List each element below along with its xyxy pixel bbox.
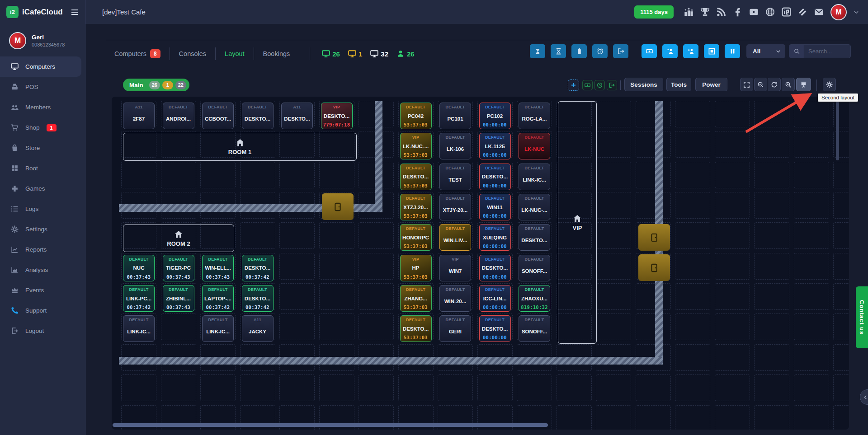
computer-tile-nuc[interactable]: DEFAULTNUC00:37:43 bbox=[123, 255, 155, 281]
vertical-scrollbar[interactable] bbox=[836, 101, 839, 160]
computer-tile-honorpc[interactable]: DEFAULTHONORPC53:37:03 bbox=[400, 224, 432, 251]
globe-icon[interactable] bbox=[765, 7, 775, 17]
cash-button[interactable] bbox=[642, 44, 657, 58]
computer-tile-deskto[interactable]: DEFAULTDESKTO...00:00:00 bbox=[479, 315, 511, 342]
tab-consoles[interactable]: Consoles bbox=[170, 47, 215, 60]
sidebar-item-logout[interactable]: Logout bbox=[0, 321, 81, 341]
layers-icon[interactable] bbox=[798, 7, 807, 17]
room-vip[interactable]: VIP bbox=[558, 101, 597, 344]
computer-tile-androi[interactable]: DEFAULTANDROI... bbox=[163, 103, 194, 129]
room-room-1[interactable]: ROOM 1 bbox=[123, 133, 357, 161]
user-avatar[interactable]: M bbox=[830, 4, 847, 20]
computer-tile-zhibinl[interactable]: DEFAULTZHIBINL...00:37:43 bbox=[163, 285, 194, 312]
computer-tile-sonoff[interactable]: DEFAULTSONOFF... bbox=[519, 315, 550, 342]
hourglass-filled-button[interactable] bbox=[530, 44, 545, 58]
computer-tile-geri[interactable]: DEFAULTGERI bbox=[439, 315, 471, 342]
expand-button[interactable] bbox=[740, 78, 753, 91]
sidebar-item-settings[interactable]: Settings bbox=[0, 219, 81, 239]
sidebar-item-logs[interactable]: Logs bbox=[0, 199, 81, 219]
computer-tile-win-liv[interactable]: DEFAULTWIN-LIV... bbox=[439, 224, 471, 251]
computer-tile-xueqing[interactable]: DEFAULTXUEQING00:00:00 bbox=[479, 224, 511, 251]
i2logo-icon[interactable] bbox=[782, 7, 791, 17]
alarm-button[interactable] bbox=[592, 44, 608, 58]
sidebar-item-pos[interactable]: POS bbox=[0, 77, 81, 97]
rss-icon[interactable] bbox=[717, 7, 726, 17]
mail-icon[interactable] bbox=[814, 7, 824, 17]
clock-mini-button[interactable] bbox=[594, 80, 605, 90]
computer-tile-laptop-[interactable]: DEFAULTLAPTOP-...00:37:42 bbox=[202, 285, 234, 312]
exit-button[interactable] bbox=[613, 44, 628, 58]
sidebar-item-support[interactable]: Support bbox=[0, 300, 81, 321]
sessions-button[interactable]: Sessions bbox=[624, 78, 663, 91]
sidebar-item-members[interactable]: Members bbox=[0, 97, 81, 117]
search-icon[interactable] bbox=[789, 45, 804, 58]
computer-tile-link-pc[interactable]: DEFAULTLINK-PC...00:37:42 bbox=[123, 285, 155, 312]
computer-tile-win7[interactable]: VIPWIN7 bbox=[439, 255, 471, 281]
computer-tile-hp[interactable]: VIPHP53:37:03 bbox=[400, 255, 432, 281]
layout-selector-main[interactable]: Main 26122 bbox=[123, 79, 189, 91]
computer-tile-xtjy-20[interactable]: DEFAULTXTJY-20... bbox=[439, 194, 471, 220]
tab-computers[interactable]: Computers8 bbox=[106, 47, 170, 60]
sidebar-item-games[interactable]: Games bbox=[0, 178, 81, 199]
room-room-2[interactable]: ROOM 2 bbox=[123, 225, 234, 252]
computer-tile-ccboot[interactable]: DEFAULTCCBOOT... bbox=[202, 103, 234, 129]
user-plus-button[interactable] bbox=[683, 44, 698, 58]
computer-tile-win-20[interactable]: DEFAULTWIN-20... bbox=[439, 285, 471, 312]
computer-tile-deskto[interactable]: DEFAULTDESKTO...00:37:42 bbox=[242, 255, 274, 281]
computer-tile-zhang[interactable]: DEFAULTZHANG...53:37:03 bbox=[400, 285, 432, 312]
reset-button[interactable] bbox=[768, 78, 781, 91]
computer-tile-deskto[interactable]: A11DESKTO... bbox=[281, 103, 313, 129]
hourglass-button[interactable] bbox=[551, 44, 566, 58]
tab-layout[interactable]: Layout bbox=[215, 47, 254, 60]
zoomout-button[interactable] bbox=[754, 78, 767, 91]
search-input[interactable] bbox=[804, 48, 846, 55]
computer-tile-deskto[interactable]: DEFAULTDESKTO...00:37:42 bbox=[242, 285, 274, 312]
sidebar-item-store[interactable]: Store bbox=[0, 138, 81, 158]
computer-tile-pc101[interactable]: DEFAULTPC101 bbox=[439, 103, 471, 129]
pause-button[interactable] bbox=[725, 44, 740, 58]
computer-tile-lk-106[interactable]: DEFAULTLK-106 bbox=[439, 133, 471, 159]
computer-tile-test[interactable]: DEFAULTTEST bbox=[439, 164, 471, 190]
computer-tile-deskto[interactable]: VIPDESKTO...779:07:18 bbox=[321, 103, 353, 129]
cash-mini-button[interactable] bbox=[582, 80, 593, 90]
computer-tile-link-ic[interactable]: DEFAULTLINK-IC... bbox=[519, 164, 550, 190]
facebook-icon[interactable] bbox=[733, 7, 742, 17]
gear-button[interactable] bbox=[823, 78, 836, 91]
exit-mini-button[interactable] bbox=[607, 80, 617, 90]
computer-tile-win11[interactable]: DEFAULTWIN1100:00:00 bbox=[479, 194, 511, 220]
computer-tile-lk-nuc-[interactable]: VIPLK-NUC-...53:37:03 bbox=[400, 133, 432, 159]
computer-tile-rog-la[interactable]: DEFAULTROG-LA... bbox=[519, 103, 550, 129]
add-layout-button[interactable] bbox=[568, 80, 579, 91]
computer-tile-deskto[interactable]: DEFAULTDESKTO... bbox=[519, 224, 550, 251]
computer-tile-jacky[interactable]: A11JACKY bbox=[242, 315, 274, 342]
trophy-icon[interactable] bbox=[700, 7, 710, 17]
computer-tile-pc042[interactable]: DEFAULTPC04253:37:03 bbox=[400, 103, 432, 129]
filter-select[interactable]: All bbox=[746, 44, 785, 58]
sidebar-item-reports[interactable]: Reports bbox=[0, 239, 81, 260]
zoomin-button[interactable] bbox=[782, 78, 795, 91]
computer-tile-deskto[interactable]: DEFAULTDESKTO... bbox=[242, 103, 274, 129]
sidebar-item-boot[interactable]: Boot bbox=[0, 158, 81, 178]
computer-tile-lk-1125[interactable]: DEFAULTLK-112500:00:00 bbox=[479, 133, 511, 159]
door-tile[interactable] bbox=[322, 193, 354, 220]
sidebar-item-analysis[interactable]: Analysis bbox=[0, 260, 81, 280]
battery-button[interactable] bbox=[571, 44, 587, 58]
computer-tile-win-ell[interactable]: DEFAULTWIN-ELL...00:37:43 bbox=[202, 255, 234, 281]
computer-tile-icc-lin[interactable]: DEFAULTICC-LIN...00:00:00 bbox=[479, 285, 511, 312]
subscription-days-badge[interactable]: 1115 days bbox=[634, 5, 674, 19]
computer-tile-deskto[interactable]: DEFAULTDESKTO...53:37:03 bbox=[400, 164, 432, 190]
tools-button[interactable]: Tools bbox=[666, 78, 691, 91]
computer-tile-deskto[interactable]: DEFAULTDESKTO...00:00:00 bbox=[479, 255, 511, 281]
user-profile[interactable]: M Geri 008612345678 bbox=[0, 24, 86, 56]
podium-icon[interactable] bbox=[684, 7, 693, 17]
tab-bookings[interactable]: Bookings bbox=[254, 47, 299, 60]
horizontal-scrollbar[interactable] bbox=[113, 423, 548, 427]
computer-tile-lk-nuc-[interactable]: DEFAULTLK-NUC-... bbox=[519, 194, 550, 220]
computer-tile-tiger-pc[interactable]: DEFAULTTIGER-PC00:37:43 bbox=[163, 255, 194, 281]
computer-tile-zhaoxu[interactable]: DEFAULTZHAOXU...819:10:32 bbox=[519, 285, 550, 312]
youtube-icon[interactable] bbox=[749, 7, 759, 17]
sidebar-item-computers[interactable]: Computers bbox=[0, 56, 81, 77]
sidebar-item-events[interactable]: Events bbox=[0, 280, 81, 300]
contact-us-button[interactable]: Contact us bbox=[856, 286, 868, 348]
power-button[interactable]: Power bbox=[695, 78, 727, 91]
